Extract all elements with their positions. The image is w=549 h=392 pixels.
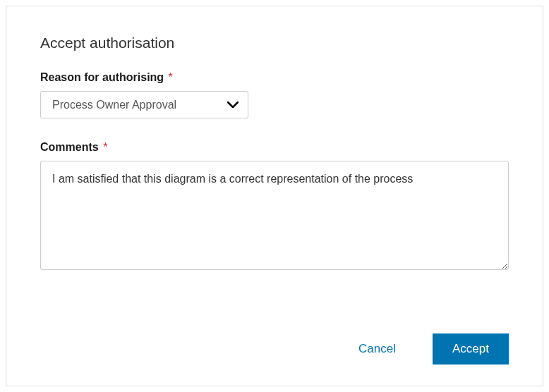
comments-required-mark: *: [103, 141, 107, 153]
dialog-title: Accept authorisation: [40, 35, 509, 51]
cancel-button[interactable]: Cancel: [350, 336, 404, 362]
reason-label: Reason for authorising *: [40, 71, 509, 84]
accept-authorisation-dialog: Accept authorisation Reason for authoris…: [6, 6, 543, 386]
reason-required-mark: *: [169, 71, 173, 83]
reason-select[interactable]: Process Owner Approval: [40, 91, 248, 118]
accept-button[interactable]: Accept: [433, 333, 509, 365]
comments-label: Comments *: [40, 141, 509, 154]
comments-field-group: Comments * I am satisfied that this diag…: [40, 141, 509, 273]
reason-label-text: Reason for authorising: [40, 71, 164, 83]
reason-field-group: Reason for authorising * Process Owner A…: [40, 71, 509, 118]
reason-select-wrapper: Process Owner Approval: [40, 91, 248, 118]
dialog-actions: Cancel Accept: [40, 333, 509, 365]
comments-label-text: Comments: [40, 141, 99, 153]
comments-textarea[interactable]: I am satisfied that this diagram is a co…: [40, 161, 509, 270]
